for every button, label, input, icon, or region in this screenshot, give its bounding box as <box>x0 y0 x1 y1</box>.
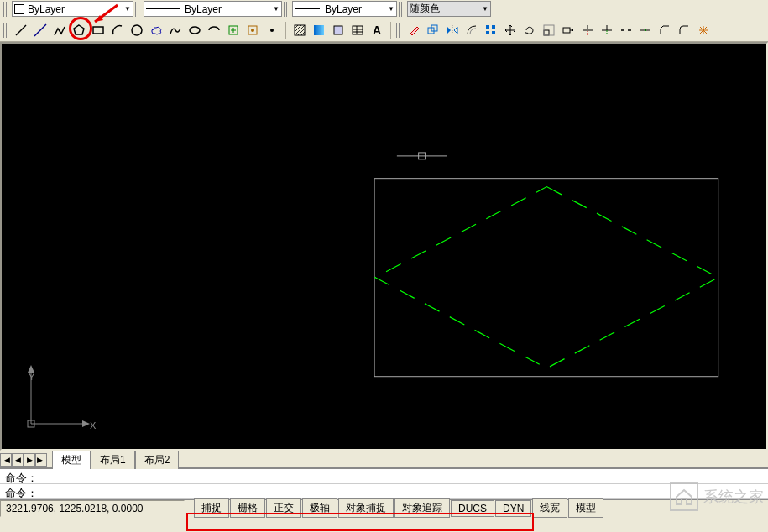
grid-toggle[interactable]: 栅格 <box>230 498 265 518</box>
ortho-toggle[interactable]: 正交 <box>266 498 301 518</box>
svg-rect-12 <box>334 26 342 34</box>
ellipse-arc-button[interactable] <box>206 22 222 39</box>
extend-button[interactable] <box>598 22 615 39</box>
line-button[interactable] <box>13 22 29 39</box>
command-history-line: 命令： <box>0 469 768 484</box>
stretch-button[interactable] <box>560 22 577 39</box>
toolbar-grip[interactable] <box>135 2 140 17</box>
copy-button[interactable] <box>425 22 441 39</box>
plot-style-dropdown[interactable]: 随颜色 ▼ <box>407 1 491 17</box>
erase-button[interactable] <box>405 22 422 39</box>
model-toggle[interactable]: 模型 <box>568 498 603 518</box>
svg-rect-3 <box>93 27 103 34</box>
svg-rect-13 <box>353 26 363 34</box>
canvas-svg <box>2 44 766 449</box>
pline-button[interactable] <box>51 22 68 39</box>
linetype-dropdown[interactable]: ByLayer ▼ <box>144 1 282 17</box>
explode-button[interactable] <box>695 22 712 39</box>
tab-layout1[interactable]: 布局1 <box>91 451 135 469</box>
tab-nav-next[interactable]: ▶ <box>24 453 35 467</box>
chamfer-button[interactable] <box>656 22 673 39</box>
svg-marker-30 <box>82 420 90 427</box>
ducs-toggle[interactable]: DUCS <box>451 500 494 517</box>
svg-point-4 <box>132 25 142 35</box>
svg-rect-11 <box>314 25 324 35</box>
ellipse-button[interactable] <box>186 22 203 39</box>
lineweight-label: ByLayer <box>325 3 362 15</box>
svg-rect-20 <box>544 30 549 35</box>
toolbar-grip[interactable] <box>3 23 8 38</box>
lwt-toggle[interactable]: 线宽 <box>532 498 567 518</box>
chevron-down-icon: ▼ <box>124 5 131 13</box>
toolbar-grip[interactable] <box>396 23 401 38</box>
svg-rect-19 <box>492 31 495 34</box>
draw-toolbar: A <box>0 18 768 42</box>
polar-toggle[interactable]: 极轴 <box>302 498 337 518</box>
layout-tabs-bar: |◀ ◀ ▶ ▶| 模型 布局1 布局2 <box>0 451 768 467</box>
gradient-button[interactable] <box>311 22 327 39</box>
svg-rect-22 <box>563 28 570 33</box>
svg-point-8 <box>251 29 254 32</box>
offset-button[interactable] <box>463 22 480 39</box>
tab-nav-first[interactable]: |◀ <box>0 453 12 467</box>
polygon-button[interactable] <box>71 22 87 39</box>
command-area: 命令： 命令： <box>0 467 768 499</box>
svg-point-5 <box>190 27 200 34</box>
toolbar-grip[interactable] <box>284 2 289 17</box>
xline-button[interactable] <box>32 22 49 39</box>
trim-button[interactable] <box>579 22 596 39</box>
separator <box>285 22 286 39</box>
svg-rect-18 <box>486 31 489 34</box>
otrack-toggle[interactable]: 对象追踪 <box>394 498 450 518</box>
snap-toggle[interactable]: 捕捉 <box>194 498 229 518</box>
circle-button[interactable] <box>128 22 145 39</box>
join-button[interactable] <box>637 22 654 39</box>
make-block-button[interactable] <box>244 22 261 39</box>
ucs-x-label: X <box>90 420 96 430</box>
layer-label: ByLayer <box>28 3 65 15</box>
drawing-canvas[interactable]: Y X <box>0 42 768 451</box>
svg-line-1 <box>34 24 46 36</box>
tab-nav-last[interactable]: ▶| <box>35 453 47 467</box>
layer-dropdown[interactable]: ByLayer ▼ <box>12 1 133 17</box>
spline-button[interactable] <box>167 22 184 39</box>
tab-layout2[interactable]: 布局2 <box>135 451 180 469</box>
lineweight-dropdown[interactable]: ByLayer ▼ <box>292 1 397 17</box>
osnap-toggle[interactable]: 对象捕捉 <box>338 498 394 518</box>
linetype-label: ByLayer <box>185 3 222 15</box>
array-button[interactable] <box>483 22 499 39</box>
break-button[interactable] <box>618 22 635 39</box>
insert-block-button[interactable] <box>225 22 242 39</box>
scale-button[interactable] <box>541 22 557 39</box>
svg-rect-25 <box>374 179 718 377</box>
revcloud-button[interactable] <box>148 22 165 39</box>
rotate-button[interactable] <box>521 22 538 39</box>
region-button[interactable] <box>330 22 347 39</box>
coordinate-display[interactable]: 3221.9706, 1225.0218, 0.0000 <box>0 500 185 517</box>
property-bar: ByLayer ▼ ByLayer ▼ ByLayer ▼ 随颜色 ▼ <box>0 0 768 18</box>
table-button[interactable] <box>349 22 366 39</box>
hatch-button[interactable] <box>291 22 308 39</box>
toolbar-grip[interactable] <box>3 2 8 17</box>
svg-marker-26 <box>375 187 718 368</box>
toolbar-grip[interactable] <box>399 2 404 17</box>
arc-button[interactable] <box>109 22 126 39</box>
separator <box>390 22 391 39</box>
svg-rect-16 <box>486 25 489 29</box>
chevron-down-icon: ▼ <box>388 5 394 13</box>
text-button[interactable]: A <box>368 22 385 39</box>
fillet-button[interactable] <box>676 22 692 39</box>
tab-model[interactable]: 模型 <box>52 451 91 469</box>
point-button[interactable] <box>264 22 280 39</box>
watermark: 系统之家 <box>670 482 764 511</box>
tab-nav-prev[interactable]: ◀ <box>12 453 24 467</box>
status-bar: 3221.9706, 1225.0218, 0.0000 捕捉 栅格 正交 极轴… <box>0 499 768 516</box>
watermark-text: 系统之家 <box>703 487 764 507</box>
move-button[interactable] <box>502 22 519 39</box>
svg-marker-2 <box>74 25 84 34</box>
layer-swatch-icon <box>14 4 24 14</box>
mirror-button[interactable] <box>444 22 461 39</box>
rectangle-button[interactable] <box>90 22 107 39</box>
dyn-toggle[interactable]: DYN <box>495 500 531 517</box>
command-input-line[interactable]: 命令： <box>0 484 768 499</box>
